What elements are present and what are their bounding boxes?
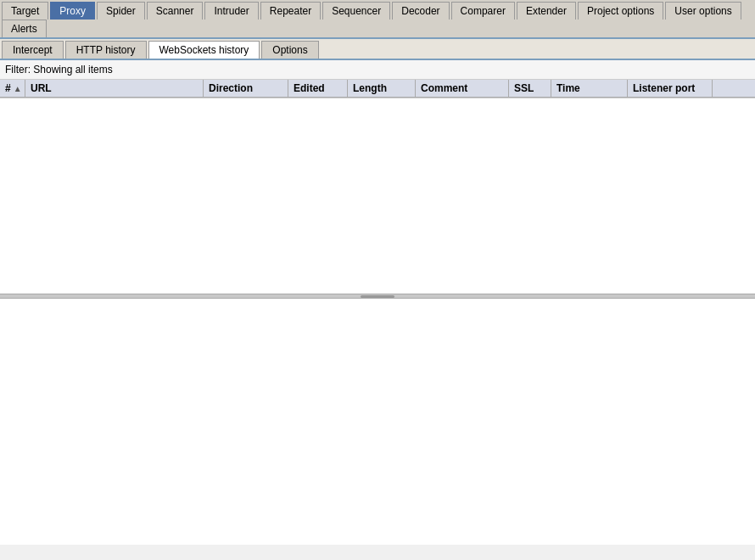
tab-project-options[interactable]: Project options bbox=[578, 2, 663, 20]
websockets-table: # ▲ URL Direction Edited Length Comment … bbox=[0, 80, 755, 98]
subtab-intercept[interactable]: Intercept bbox=[2, 41, 64, 59]
tab-comparer[interactable]: Comparer bbox=[451, 2, 515, 20]
col-header-edited[interactable]: Edited bbox=[288, 80, 348, 97]
top-navigation: Target Proxy Spider Scanner Intruder Rep… bbox=[0, 0, 755, 39]
bottom-panel bbox=[0, 299, 755, 545]
col-header-comment[interactable]: Comment bbox=[416, 80, 509, 97]
tab-extender[interactable]: Extender bbox=[517, 2, 576, 20]
col-header-direction[interactable]: Direction bbox=[204, 80, 288, 97]
tab-sequencer[interactable]: Sequencer bbox=[322, 2, 390, 20]
col-header-ssl[interactable]: SSL bbox=[509, 80, 551, 97]
tab-alerts[interactable]: Alerts bbox=[2, 20, 47, 37]
filter-text: Filter: Showing all items bbox=[5, 64, 113, 76]
subtab-http-history[interactable]: HTTP history bbox=[65, 41, 147, 59]
tab-repeater[interactable]: Repeater bbox=[260, 2, 321, 20]
tab-spider[interactable]: Spider bbox=[97, 2, 145, 20]
tab-intruder[interactable]: Intruder bbox=[204, 2, 258, 20]
divider-handle bbox=[361, 295, 394, 298]
col-num-label: # bbox=[5, 82, 11, 94]
subtab-websockets-history[interactable]: WebSockets history bbox=[148, 41, 260, 59]
tab-decoder[interactable]: Decoder bbox=[392, 2, 449, 20]
col-header-time[interactable]: Time bbox=[551, 80, 628, 97]
tab-proxy[interactable]: Proxy bbox=[50, 2, 95, 20]
subtab-options[interactable]: Options bbox=[261, 41, 318, 59]
col-header-num[interactable]: # ▲ bbox=[0, 80, 25, 97]
col-header-listener[interactable]: Listener port bbox=[628, 80, 713, 97]
table-header: # ▲ URL Direction Edited Length Comment … bbox=[0, 80, 755, 98]
sort-arrow-icon: ▲ bbox=[14, 84, 22, 93]
tab-target[interactable]: Target bbox=[2, 2, 48, 20]
tab-user-options[interactable]: User options bbox=[665, 2, 741, 20]
tab-scanner[interactable]: Scanner bbox=[147, 2, 204, 20]
filter-bar[interactable]: Filter: Showing all items bbox=[0, 60, 755, 80]
col-header-length[interactable]: Length bbox=[348, 80, 416, 97]
col-header-url[interactable]: URL bbox=[25, 80, 204, 97]
table-body bbox=[0, 98, 755, 294]
sub-navigation: Intercept HTTP history WebSockets histor… bbox=[0, 39, 755, 60]
